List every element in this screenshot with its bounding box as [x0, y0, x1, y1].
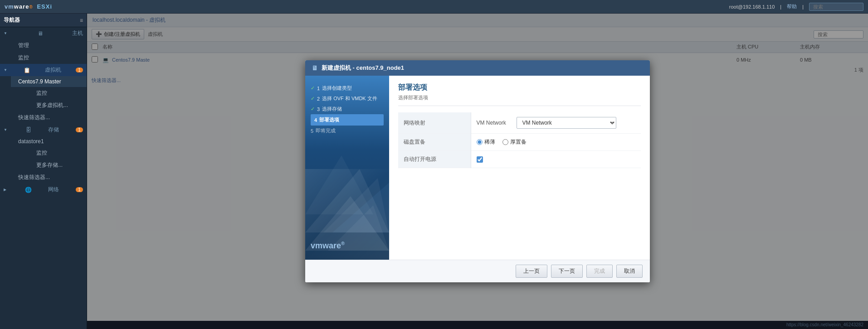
wizard-step-1: ✓ 1 选择创建类型 — [311, 83, 384, 93]
sidebar-storage-sub: datastore1 监控 更多存储... 快速筛选器... — [0, 136, 87, 184]
auto-power-checkbox-item — [477, 156, 636, 163]
step-4-text: 部署选项 — [319, 116, 339, 123]
thick-radio-label[interactable]: 厚置备 — [502, 138, 527, 146]
auto-power-label: 自动打开电源 — [398, 151, 471, 168]
modal-dialog: 🖥 新建虚拟机 - centos7.9_node1 ✓ 1 选择创建类型 — [305, 60, 650, 282]
separator2: | — [802, 4, 804, 10]
sidebar-item-more-vms[interactable]: 更多虚拟机... — [22, 99, 87, 111]
auto-power-checkbox[interactable] — [477, 156, 483, 163]
sidebar-host-label: 主机 — [72, 29, 83, 37]
step-2-text: 选择 OVF 和 VMDK 文件 — [322, 95, 377, 102]
sidebar-host-sub: 管理 监控 — [0, 39, 87, 64]
step-3-label: 3 — [317, 106, 320, 112]
disk-provisioning-value: 稀薄 厚置备 — [471, 134, 641, 151]
separator: | — [780, 4, 781, 10]
modal-backdrop: 🖥 新建虚拟机 - centos7.9_node1 ✓ 1 选择创建类型 — [87, 14, 868, 329]
step-1-check-icon: ✓ — [311, 85, 315, 91]
step-5-num: 5 — [311, 128, 313, 134]
auto-power-row: 自动打开电源 — [398, 151, 641, 168]
sidebar-vms-label: 虚拟机 — [45, 66, 61, 74]
sidebar-item-manage[interactable]: 管理 — [11, 39, 87, 52]
deploy-options-table: 网络映射 VM Network VM Network ▾ — [398, 112, 641, 168]
disk-radio-group: 稀薄 厚置备 — [477, 138, 636, 146]
network-target-select[interactable]: VM Network — [517, 117, 616, 129]
deploy-options-title: 部署选项 — [398, 83, 641, 92]
top-search-input[interactable] — [809, 3, 863, 11]
network-mapping-value: VM Network VM Network ▾ — [471, 112, 641, 134]
sidebar-section-network: ▶ 🌐 网络 1 — [0, 184, 87, 196]
storage-triangle-icon: ▼ — [4, 128, 7, 132]
vms-badge: 1 — [76, 68, 83, 73]
network-source-label: VM Network — [477, 120, 513, 126]
network-triangle-icon: ▶ — [4, 188, 6, 192]
sidebar-section-host: ▼ 🖥 主机 管理 监控 — [0, 27, 87, 64]
sidebar-collapse-icon[interactable]: ≡ — [80, 17, 83, 24]
modal-footer: 上一页 下一页 完成 取消 — [305, 260, 650, 282]
sidebar-item-network[interactable]: ▶ 🌐 网络 1 — [0, 184, 87, 196]
sidebar: 导航器 ≡ ▼ 🖥 主机 管理 监控 ▼ 📋 虚拟机 1 Ce — [0, 14, 87, 329]
sidebar-vms-sub: Centos7.9 Master 监控 更多虚拟机... 快速筛选器... — [0, 76, 87, 124]
network-mapping-label: 网络映射 — [398, 112, 471, 134]
sidebar-item-vms[interactable]: ▼ 📋 虚拟机 1 — [0, 64, 87, 76]
sidebar-quick-filter-storage[interactable]: 快速筛选器... — [11, 171, 87, 184]
vms-triangle-icon: ▼ — [4, 68, 7, 72]
sidebar-vms-subsub: 监控 更多虚拟机... — [11, 87, 87, 111]
wizard-bg-svg — [305, 151, 389, 232]
sidebar-storage-subsub: 监控 更多存储... — [11, 147, 87, 171]
next-button[interactable]: 下一页 — [551, 265, 583, 278]
sidebar-quick-filter-vms[interactable]: 快速筛选器... — [11, 111, 87, 124]
auto-power-value — [471, 151, 641, 168]
step-4-num: 4 — [314, 117, 317, 123]
modal-title: 新建虚拟机 - centos7.9_node1 — [322, 64, 404, 72]
wizard-step-2: ✓ 2 选择 OVF 和 VMDK 文件 — [311, 93, 384, 104]
help-link[interactable]: 帮助 — [787, 3, 797, 10]
storage-badge: 1 — [76, 127, 83, 132]
vms-icon: 📋 — [24, 67, 30, 73]
step-1-text: 选择创建类型 — [322, 85, 352, 92]
sidebar-item-monitor[interactable]: 监控 — [11, 52, 87, 64]
sidebar-item-datastore1[interactable]: datastore1 — [11, 136, 87, 147]
step-2-check-icon: ✓ — [311, 96, 315, 102]
modal-body: ✓ 1 选择创建类型 ✓ 2 选择 OVF 和 VMDK 文件 ✓ — [305, 76, 650, 260]
sidebar-item-more-storage[interactable]: 更多存储... — [22, 159, 87, 171]
wizard-steps: ✓ 1 选择创建类型 ✓ 2 选择 OVF 和 VMDK 文件 ✓ — [311, 83, 384, 136]
wizard-step-5: 5 即将完成 — [311, 126, 384, 136]
network-icon: 🌐 — [25, 187, 32, 193]
step-1-label: 1 — [317, 86, 320, 91]
sidebar-item-storage-monitor[interactable]: 监控 — [22, 147, 87, 159]
step-5-text: 即将完成 — [316, 127, 336, 134]
sidebar-item-storage[interactable]: ▼ 🗄 存储 1 — [0, 124, 87, 136]
thin-radio[interactable] — [477, 139, 483, 145]
sidebar-item-vm-monitor[interactable]: 监控 — [22, 87, 87, 99]
deploy-options-subtitle: 选择部署选项 — [398, 94, 641, 106]
geo-shapes — [305, 151, 389, 232]
prev-button[interactable]: 上一页 — [516, 265, 547, 278]
sidebar-item-host[interactable]: ▼ 🖥 主机 — [0, 27, 87, 39]
thick-radio[interactable] — [502, 139, 508, 145]
brand-ware: ware — [322, 241, 341, 250]
sidebar-section-vms: ▼ 📋 虚拟机 1 Centos7.9 Master 监控 更多虚拟机... 快… — [0, 64, 87, 124]
step-2-label: 2 — [317, 96, 320, 102]
sidebar-network-label: 网络 — [48, 186, 59, 194]
thin-radio-label[interactable]: 稀薄 — [477, 138, 495, 146]
thin-radio-text: 稀薄 — [484, 138, 495, 146]
sidebar-storage-label: 存储 — [48, 126, 59, 134]
finish-button[interactable]: 完成 — [586, 265, 613, 278]
wizard-step-3: ✓ 3 选择存储 — [311, 104, 384, 114]
vmware-brand: vmware® — [311, 241, 345, 251]
wizard-step-4: 4 部署选项 — [311, 114, 384, 126]
navigator-title: 导航器 — [4, 16, 20, 24]
modal-title-icon: 🖥 — [312, 64, 318, 72]
wizard-main-content: 部署选项 选择部署选项 网络映射 VM Network — [389, 76, 650, 260]
main-layout: 导航器 ≡ ▼ 🖥 主机 管理 监控 ▼ 📋 虚拟机 1 Ce — [0, 14, 868, 329]
cancel-button[interactable]: 取消 — [616, 265, 643, 278]
network-mapping-row: 网络映射 VM Network VM Network ▾ — [398, 112, 641, 134]
thick-radio-text: 厚置备 — [510, 138, 527, 146]
wizard-sidebar: ✓ 1 选择创建类型 ✓ 2 选择 OVF 和 VMDK 文件 ✓ — [305, 76, 389, 260]
step-3-text: 选择存储 — [322, 106, 342, 112]
network-row: VM Network VM Network ▾ — [477, 117, 636, 129]
top-bar: vmware® ESXi root@192.168.1.110 | 帮助 | — [0, 0, 868, 14]
step-3-check-icon: ✓ — [311, 106, 315, 112]
sidebar-item-centos-master[interactable]: Centos7.9 Master — [11, 76, 87, 87]
sidebar-section-storage: ▼ 🗄 存储 1 datastore1 监控 更多存储... 快速筛选器... — [0, 124, 87, 184]
